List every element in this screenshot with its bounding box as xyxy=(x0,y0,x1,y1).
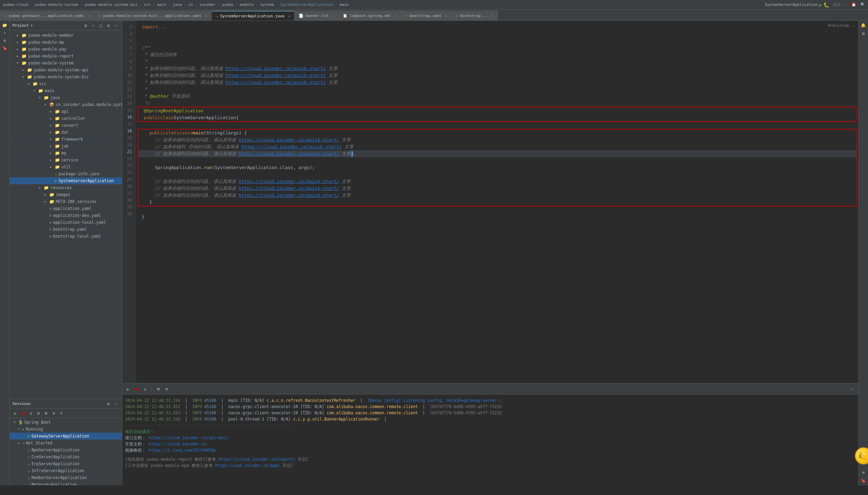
tab-system-yaml[interactable]: ⚙ yudao-module-system-biz\...application… xyxy=(94,11,211,20)
tree-item-report[interactable]: ▶ 📁 yudao-module-report xyxy=(10,53,122,60)
breadcrumb-main[interactable]: main xyxy=(157,2,166,7)
code-editor[interactable]: Analyzing... import ... /** * 项目的启动类 xyxy=(136,21,858,383)
services-settings-icon[interactable]: ⚙ xyxy=(105,401,112,407)
tree-item-member[interactable]: ▶ 📁 yudao-module-member xyxy=(10,32,122,39)
spring-boot-item[interactable]: ▼ 🍃 Spring Boot xyxy=(10,419,122,426)
running-item[interactable]: ▼ ▶ Running xyxy=(10,426,122,433)
svc-restart-btn[interactable]: ↺ xyxy=(28,410,34,416)
breadcrumb-yudao[interactable]: yudao xyxy=(222,2,234,7)
tree-item-framework[interactable]: ▶ 📁 framework xyxy=(10,136,122,143)
tree-item-app-local-yaml[interactable]: ⚙ application-local.yaml xyxy=(10,219,122,226)
console-restart-btn[interactable]: ↺ xyxy=(142,386,148,392)
bookmarks-side-icon[interactable]: 🔖 xyxy=(860,478,867,484)
breadcrumb-cn[interactable]: cn xyxy=(188,2,193,7)
tab-logback[interactable]: 📋 logback-spring.xml ✕ xyxy=(339,11,401,20)
tree-item-mp[interactable]: ▶ 📁 yudao-module-mp xyxy=(10,39,122,46)
tree-item-resources[interactable]: ▼ 📁 resources xyxy=(10,184,122,191)
tree-item-package[interactable]: ▼ 📦 cn.iocoder.yudao.module.system xyxy=(10,101,122,108)
structure-side-icon[interactable]: ≡ xyxy=(860,469,867,476)
bpm-app-item[interactable]: ☕ BpmServerApplication xyxy=(10,447,122,453)
tree-item-src[interactable]: ▼ 📁 src xyxy=(10,80,122,87)
tab-close4[interactable]: ✕ xyxy=(332,14,334,18)
svc-run-btn[interactable]: ▶ xyxy=(12,410,19,416)
commit-icon[interactable]: ↑ xyxy=(2,30,8,36)
notifications-icon[interactable]: 🔔 xyxy=(860,22,867,28)
tree-item-pay[interactable]: ▶ 📁 yudao-module-pay xyxy=(10,46,122,53)
svc-stop-btn[interactable]: ■ xyxy=(20,410,26,416)
gateway-app-item[interactable]: ▶ GatewayServerApplication xyxy=(10,433,122,440)
breadcrumb-yudao-cloud[interactable]: yudao-cloud xyxy=(3,2,28,7)
tree-item-system[interactable]: ▼ 📁 yudao-module-system xyxy=(10,60,122,67)
tree-item-bootstrap-local-yaml[interactable]: ⚙ bootstrap-local.yaml xyxy=(10,233,122,240)
terminal-icon[interactable]: ⊞ xyxy=(860,30,867,37)
tree-item-system-api[interactable]: ▶ 📁 yudao-module-system-api xyxy=(10,67,122,73)
git-check[interactable]: ✓ xyxy=(844,2,847,7)
console-stop-btn[interactable]: ■ xyxy=(133,386,140,392)
tree-item-api[interactable]: ▶ 📁 api xyxy=(10,108,122,115)
tab-close3[interactable]: ✕ xyxy=(288,14,290,18)
tree-item-main[interactable]: ▼ 📁 main xyxy=(10,87,122,94)
run-button[interactable]: ▶ xyxy=(819,2,822,8)
svc-filter-btn[interactable]: ⊞ xyxy=(43,410,49,416)
console-content[interactable]: 2024-04-22 11:48:31.314 | INFO 45160 | m… xyxy=(122,395,858,485)
tab-close2[interactable]: ✕ xyxy=(205,14,207,18)
tree-item-app-dev-yaml[interactable]: ⚙ application-dev.yaml xyxy=(10,212,122,219)
breadcrumb-iocoder[interactable]: iocoder xyxy=(200,2,216,7)
breadcrumb-java[interactable]: java xyxy=(173,2,182,7)
tree-item-dal[interactable]: ▶ 📁 dal xyxy=(10,129,122,136)
console-settings-btn[interactable]: ⚙ xyxy=(164,386,170,392)
member-app-item[interactable]: ☕ MemberServerApplication xyxy=(10,474,122,481)
tree-item-app-yaml[interactable]: ⚙ application.yaml xyxy=(10,205,122,212)
sidebar-close-icon[interactable]: — xyxy=(113,23,119,29)
tree-item-util[interactable]: ▶ 📁 util xyxy=(10,163,122,170)
debug-button[interactable]: 🐛 xyxy=(823,2,829,8)
breadcrumb-main2[interactable]: main xyxy=(340,2,349,7)
search-icon[interactable]: 🔍 xyxy=(860,2,865,7)
sidebar-expand-icon[interactable]: □ xyxy=(98,23,104,29)
tree-item-meta-inf[interactable]: ▶ 📁 META-INF.services xyxy=(10,198,122,205)
svc-add-btn[interactable]: + xyxy=(58,410,64,416)
git-x[interactable]: ✗ xyxy=(848,2,850,7)
bookmark-icon[interactable]: 🔖 xyxy=(2,45,8,51)
tab-bootstrap[interactable]: ⚙ bootstrap.yaml ✕ xyxy=(401,11,451,20)
tree-item-mq[interactable]: ▶ 📁 mq xyxy=(10,150,122,157)
tree-item-service[interactable]: ▶ 📁 service xyxy=(10,157,122,163)
console-close-btn[interactable]: — xyxy=(849,386,856,392)
mp-app-item[interactable]: ☕ MpServerApplication xyxy=(10,481,122,485)
sidebar-gear-icon[interactable]: ⚙ xyxy=(105,23,112,29)
tree-item-convert[interactable]: ▶ 📁 convert xyxy=(10,122,122,129)
tab-system-app[interactable]: ☕ SystemServerApplication.java ✕ xyxy=(212,11,295,20)
tree-item-java[interactable]: ▼ 📁 java xyxy=(10,94,122,101)
tree-item-system-biz[interactable]: ▼ 📁 yudao-module-system-biz xyxy=(10,73,122,80)
breadcrumb-module[interactable]: module xyxy=(240,2,254,7)
tree-item-controller[interactable]: ▶ 📁 controller xyxy=(10,115,122,122)
sidebar-settings-icon[interactable]: ⚙ xyxy=(82,23,89,29)
tree-item-job[interactable]: ▶ 📁 job xyxy=(10,143,122,150)
tab-bootstrap2[interactable]: ⚙ bootstrap... ✕ xyxy=(452,11,498,20)
infra-app-item[interactable]: ☕ InfraServerApplication xyxy=(10,467,122,474)
breadcrumb-system2[interactable]: system xyxy=(260,2,274,7)
tree-item-bootstrap-yaml[interactable]: ⚙ bootstrap.yaml xyxy=(10,226,122,233)
console-filter-btn[interactable]: ⊞ xyxy=(155,386,161,392)
sidebar-collapse-icon[interactable]: — xyxy=(90,23,96,29)
structure-icon[interactable]: ≡ xyxy=(2,37,8,44)
tab-close[interactable]: ✕ xyxy=(88,14,90,18)
tree-item-package-info[interactable]: ☕ package-info.java xyxy=(10,170,122,177)
services-close-icon[interactable]: — xyxy=(113,401,119,407)
tab-close5[interactable]: ✕ xyxy=(394,14,396,18)
not-started-item[interactable]: ▶ ○ Not Started xyxy=(10,440,122,447)
tree-item-images[interactable]: ▶ 📁 images xyxy=(10,191,122,198)
tab-banner[interactable]: 📄 banner.txt ✕ xyxy=(295,11,339,20)
erp-app-item[interactable]: ☕ ErpServerApplication xyxy=(10,460,122,467)
tab-gateway-yaml[interactable]: ⚙ yudao-gateway\...application.yaml ✕ xyxy=(0,11,94,20)
project-icon[interactable]: 📁 xyxy=(2,22,8,28)
tree-item-system-server-app[interactable]: ▶ SystemServerApplication xyxy=(10,177,122,184)
svc-config-btn[interactable]: ⚙ xyxy=(35,410,42,416)
breadcrumb-module-system-biz[interactable]: yudao-module-system-biz xyxy=(85,2,137,7)
console-run-btn[interactable]: ▶ xyxy=(125,386,131,392)
svc-group-btn[interactable]: ≡ xyxy=(51,410,57,416)
crm-app-item[interactable]: ☕ CrmServerApplication xyxy=(10,453,122,460)
tab-close7[interactable]: ✕ xyxy=(491,14,493,18)
breadcrumb-app[interactable]: SystemServerApplication xyxy=(280,2,333,7)
breadcrumb-module-system[interactable]: yudao-module-system xyxy=(34,2,78,7)
